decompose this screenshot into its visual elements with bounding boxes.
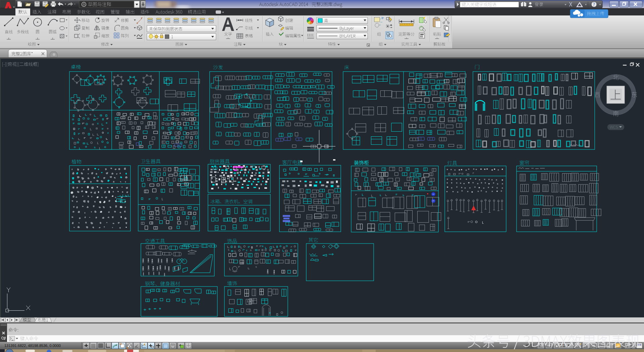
svg-text:1:1: 1:1 <box>559 343 565 348</box>
svg-text:131391.6822, 48198.8536, 0.0: 131391.6822, 48198.8536, 0.0000 <box>4 344 61 348</box>
